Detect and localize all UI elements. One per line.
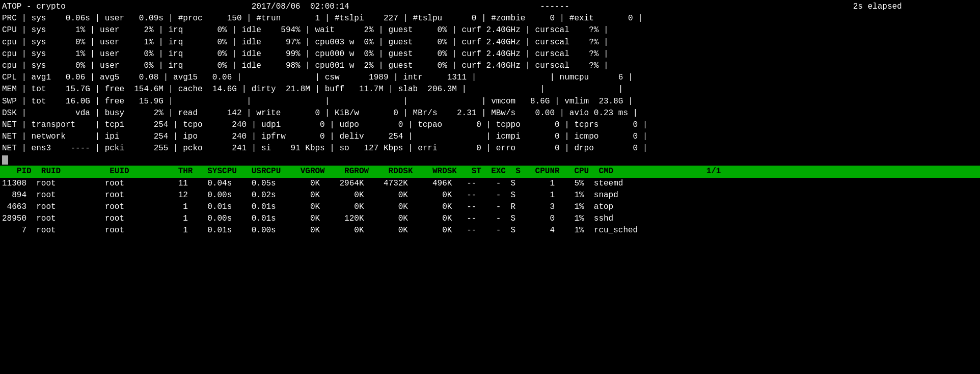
process-table-header: PID RUID EUID THR SYSCPU USRCPU VGROW RG… [0, 166, 980, 177]
mem-row: MEM | tot 15.7G | free 154.6M | cache 14… [0, 84, 980, 95]
cpl-row: CPL | avg1 0.06 | avg5 0.08 | avg15 0.06… [0, 72, 980, 84]
net-network-row: NET | network | ipi 254 | ipo 240 | ipfr… [0, 131, 980, 143]
table-row: 28950 root root 1 0.00s 0.01s 0K 120K 0K… [0, 213, 980, 225]
header-line: ATOP - crypto 2017/08/06 02:00:14 ------… [0, 1, 980, 13]
swp-row: SWP | tot 16.0G | free 15.9G | | | | | v… [0, 96, 980, 108]
table-row: 11308 root root 11 0.04s 0.05s 0K 2964K … [0, 178, 980, 190]
table-row: 7 root root 1 0.01s 0.00s 0K 0K 0K 0K --… [0, 225, 980, 236]
table-row: 894 root root 12 0.00s 0.02s 0K 0K 0K 0K… [0, 190, 980, 201]
cursor-line [0, 154, 980, 166]
cpu-row-total: CPU | sys 1% | user 2% | irq 0% | idle 5… [0, 24, 980, 36]
table-row: 4663 root root 1 0.01s 0.01s 0K 0K 0K 0K… [0, 201, 980, 213]
cpu-row-000: cpu | sys 1% | user 0% | irq 0% | idle 9… [0, 48, 980, 60]
net-ens3-row: NET | ens3 ---- | pcki 255 | pcko 241 | … [0, 143, 980, 154]
cpu-row-003: cpu | sys 0% | user 1% | irq 0% | idle 9… [0, 37, 980, 48]
cpu-row-001: cpu | sys 0% | user 0% | irq 0% | idle 9… [0, 60, 980, 72]
terminal: ATOP - crypto 2017/08/06 02:00:14 ------… [0, 0, 980, 374]
dsk-row: DSK | vda | busy 2% | read 142 | write 0… [0, 108, 980, 119]
cursor [2, 155, 8, 165]
prc-row: PRC | sys 0.06s | user 0.09s | #proc 150… [0, 13, 980, 24]
net-transport-row: NET | transport | tcpi 254 | tcpo 240 | … [0, 119, 980, 131]
